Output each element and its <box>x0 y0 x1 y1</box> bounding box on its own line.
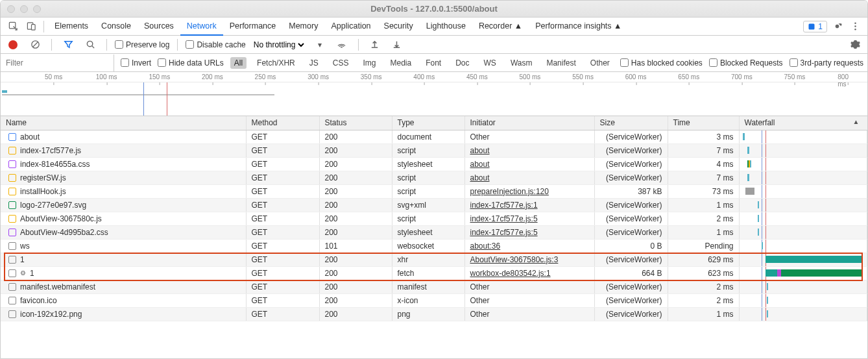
css-file-icon <box>8 160 16 168</box>
request-name: registerSW.js <box>20 173 66 182</box>
initiator-link[interactable]: about <box>470 173 490 182</box>
col-time[interactable]: Time <box>668 116 739 130</box>
throttling-caret-icon[interactable]: ▾ <box>311 37 328 53</box>
tab-network[interactable]: Network <box>180 18 223 36</box>
initiator-link[interactable]: about <box>470 160 490 169</box>
settings-icon[interactable] <box>828 19 845 34</box>
col-waterfall[interactable]: Waterfall▲ <box>739 116 867 130</box>
tab-application[interactable]: Application <box>324 17 377 35</box>
network-conditions-icon[interactable] <box>333 37 350 53</box>
type-other[interactable]: Other <box>586 57 614 69</box>
import-har-icon[interactable] <box>367 37 383 53</box>
record-button[interactable] <box>5 37 21 53</box>
type-img[interactable]: Img <box>359 57 380 69</box>
network-settings-icon[interactable] <box>847 37 863 53</box>
col-method[interactable]: Method <box>246 116 319 130</box>
type-wasm[interactable]: Wasm <box>507 57 536 69</box>
table-row[interactable]: AboutView-4d995ba2.cssGET200stylesheetin… <box>1 225 867 239</box>
col-size[interactable]: Size <box>594 116 668 130</box>
type-doc[interactable]: Doc <box>452 57 473 69</box>
tab-performance[interactable]: Performance <box>223 17 283 35</box>
type-font[interactable]: Font <box>422 57 445 69</box>
inspect-icon[interactable] <box>5 19 21 34</box>
initiator-link[interactable]: AboutView-3067580c.js:3 <box>470 255 559 264</box>
tab-recorder-[interactable]: Recorder ▲ <box>472 17 529 35</box>
max-dot[interactable] <box>33 5 41 13</box>
table-row[interactable]: logo-277e0e97.svgGET200svg+xmlindex-17cf… <box>1 198 867 212</box>
disable-cache-checkbox[interactable]: Disable cache <box>186 40 245 49</box>
initiator-link[interactable]: workbox-de803542.js:1 <box>470 269 551 278</box>
panel-tabs: ElementsConsoleSourcesNetworkPerformance… <box>1 18 867 36</box>
svg-rect-2 <box>31 25 35 30</box>
tab-performance-insights-[interactable]: Performance insights ▲ <box>529 17 628 35</box>
timeline-overview[interactable]: 50 ms100 ms150 ms200 ms250 ms300 ms350 m… <box>1 72 867 116</box>
close-dot[interactable] <box>7 5 15 13</box>
col-initiator[interactable]: Initiator <box>464 116 594 130</box>
request-name: about <box>20 132 40 142</box>
request-name: AboutView-3067580c.js <box>20 214 102 223</box>
blocked-cookies-checkbox[interactable]: Has blocked cookies <box>620 58 703 68</box>
table-row[interactable]: index-81e4655a.cssGET200stylesheetabout(… <box>1 157 867 171</box>
svg-rect-3 <box>809 23 815 29</box>
table-row[interactable]: index-17cf577e.jsGET200scriptabout(Servi… <box>1 143 867 157</box>
table-row[interactable]: ⚙1GET200fetchworkbox-de803542.js:1664 B6… <box>1 266 867 280</box>
invert-checkbox[interactable]: Invert <box>121 58 151 68</box>
hide-data-urls-checkbox[interactable]: Hide data URLs <box>158 58 224 68</box>
network-toolbar: Preserve log Disable cache No throttling… <box>1 36 867 54</box>
type-manifest[interactable]: Manifest <box>542 57 579 69</box>
table-row[interactable]: icon-192x192.pngGET200pngOther(ServiceWo… <box>1 307 867 321</box>
tab-elements[interactable]: Elements <box>48 17 95 35</box>
type-media[interactable]: Media <box>386 57 415 69</box>
waterfall-bar <box>745 188 754 195</box>
tick: 650 ms <box>678 73 699 80</box>
tick: 150 ms <box>149 73 170 80</box>
tab-lighthouse[interactable]: Lighthouse <box>420 17 472 35</box>
initiator-link[interactable]: prepareInjection.js:120 <box>470 187 549 196</box>
table-row[interactable]: AboutView-3067580c.jsGET200scriptindex-1… <box>1 212 867 225</box>
svg-point-6 <box>854 29 856 30</box>
tab-console[interactable]: Console <box>95 17 138 35</box>
more-icon[interactable] <box>847 19 863 34</box>
initiator-link[interactable]: about <box>470 146 490 155</box>
clear-icon[interactable] <box>27 37 43 53</box>
table-row[interactable]: manifest.webmanifestGET200manifestOther(… <box>1 280 867 293</box>
type-all[interactable]: All <box>230 57 247 69</box>
request-name: index-81e4655a.css <box>20 160 90 169</box>
export-har-icon[interactable] <box>389 37 405 53</box>
table-row[interactable]: favicon.icoGET200x-iconOther(ServiceWork… <box>1 293 867 307</box>
table-row[interactable]: wsGET101websocketabout:360 BPending <box>1 239 867 253</box>
filter-toggle-icon[interactable] <box>60 37 77 53</box>
min-dot[interactable] <box>20 5 28 13</box>
tab-security[interactable]: Security <box>378 17 420 35</box>
type-fetch-xhr[interactable]: Fetch/XHR <box>253 57 299 69</box>
issues-badge[interactable]: 1 <box>803 21 827 32</box>
tab-memory[interactable]: Memory <box>282 17 324 35</box>
waterfall-bar <box>758 201 759 208</box>
search-icon[interactable] <box>82 37 99 53</box>
col-name[interactable]: Name <box>1 116 246 130</box>
tick: 500 ms <box>520 73 541 80</box>
filter-input[interactable] <box>1 55 114 71</box>
initiator-link[interactable]: about:36 <box>470 241 501 251</box>
type-ws[interactable]: WS <box>480 57 500 69</box>
tick: 100 ms <box>96 73 117 80</box>
type-css[interactable]: CSS <box>329 57 353 69</box>
js-file-icon <box>8 147 16 155</box>
table-row[interactable]: aboutGET200documentOther(ServiceWorker)3… <box>1 130 867 143</box>
initiator-link[interactable]: index-17cf577e.js:5 <box>470 228 538 237</box>
third-party-checkbox[interactable]: 3rd-party requests <box>790 58 863 68</box>
tab-sources[interactable]: Sources <box>138 17 180 35</box>
table-row[interactable]: installHook.jsGET200scriptprepareInjecti… <box>1 184 867 198</box>
preserve-log-checkbox[interactable]: Preserve log <box>115 40 169 49</box>
tick: 550 ms <box>572 73 594 80</box>
table-row[interactable]: registerSW.jsGET200scriptabout(ServiceWo… <box>1 171 867 184</box>
table-row[interactable]: 1GET200xhrAboutView-3067580c.js:3(Servic… <box>1 253 867 266</box>
col-status[interactable]: Status <box>319 116 392 130</box>
blocked-requests-checkbox[interactable]: Blocked Requests <box>709 58 783 68</box>
throttling-select[interactable]: No throttling <box>251 40 306 50</box>
col-type[interactable]: Type <box>392 116 464 130</box>
initiator-link[interactable]: index-17cf577e.js:5 <box>470 214 538 223</box>
initiator-link[interactable]: index-17cf577e.js:1 <box>470 201 538 210</box>
device-toggle-icon[interactable] <box>23 19 40 34</box>
type-js[interactable]: JS <box>306 57 322 69</box>
